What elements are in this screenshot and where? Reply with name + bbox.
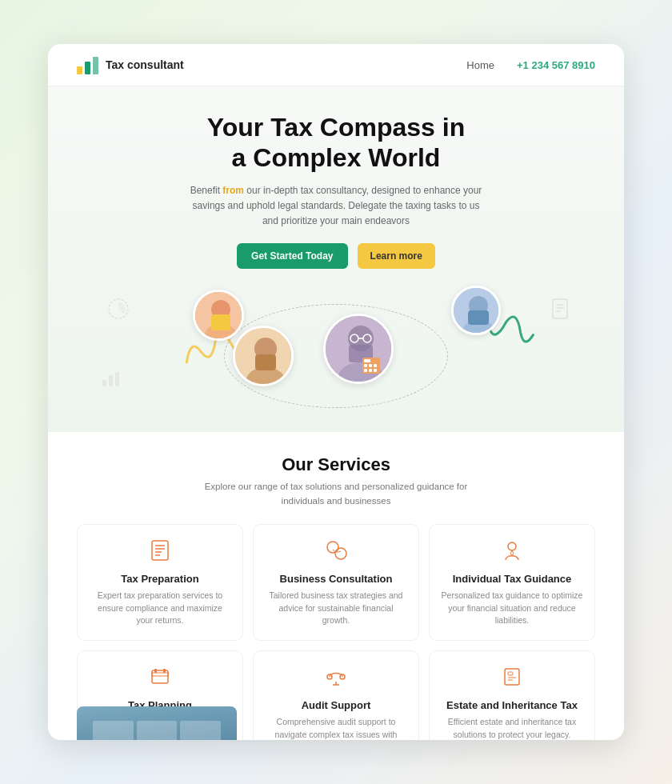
- hero-subtitle: Benefit from our in-depth tax consultanc…: [184, 183, 488, 230]
- svg-rect-38: [152, 541, 168, 560]
- service-card-estate-tax: Estate and Inheritance Tax Efficient est…: [429, 650, 595, 740]
- tax-planning-icon: [89, 666, 231, 693]
- svg-rect-47: [152, 673, 168, 676]
- avatar-1: [193, 290, 244, 341]
- get-started-button[interactable]: Get Started Today: [237, 243, 347, 269]
- service-desc-0: Expert tax preparation services to ensur…: [89, 590, 231, 627]
- service-card-individual-tax: Individual Tax Guidance Personalized tax…: [429, 524, 595, 641]
- svg-point-43: [327, 542, 338, 553]
- service-card-tax-preparation: Tax Preparation Expert tax preparation s…: [77, 524, 243, 641]
- service-name-0: Tax Preparation: [89, 573, 231, 585]
- logo: Tax consultant: [77, 55, 184, 74]
- svg-rect-27: [364, 359, 370, 362]
- navbar: Tax consultant Home +1 234 567 8910: [48, 44, 624, 86]
- svg-rect-2: [93, 57, 98, 74]
- svg-rect-33: [374, 369, 377, 372]
- service-name-5: Estate and Inheritance Tax: [441, 699, 583, 711]
- svg-rect-29: [369, 364, 372, 367]
- service-name-2: Individual Tax Guidance: [441, 573, 583, 585]
- svg-point-45: [508, 542, 516, 550]
- business-consultation-icon: [265, 539, 407, 566]
- svg-rect-55: [508, 672, 513, 675]
- services-subtitle: Explore our range of tax solutions and p…: [192, 480, 480, 508]
- services-section: Our Services Explore our range of tax so…: [48, 432, 624, 740]
- svg-rect-14: [211, 314, 230, 330]
- story-image-inner: [77, 706, 237, 740]
- hero-visuals: [77, 282, 595, 410]
- service-name-4: Audit Support: [265, 699, 407, 711]
- svg-rect-5: [109, 375, 113, 386]
- service-desc-4: Comprehensive audit support to navigate …: [265, 716, 407, 740]
- ghost-bar-icon: [101, 366, 123, 394]
- nav-right: Home +1 234 567 8910: [466, 59, 595, 71]
- svg-rect-54: [505, 669, 519, 685]
- svg-rect-28: [364, 364, 367, 367]
- service-desc-5: Efficient estate and inheritance tax sol…: [441, 716, 583, 740]
- svg-rect-46: [152, 670, 168, 683]
- nav-phone: +1 234 567 8910: [517, 59, 595, 71]
- nav-home-link[interactable]: Home: [466, 59, 494, 71]
- svg-rect-0: [77, 66, 82, 74]
- svg-rect-6: [115, 372, 119, 386]
- learn-more-button[interactable]: Learn more: [358, 243, 435, 269]
- svg-rect-18: [255, 354, 276, 370]
- service-card-audit-support: Audit Support Comprehensive audit suppor…: [253, 650, 419, 740]
- window-pane-3: [180, 721, 221, 740]
- services-title: Our Services: [77, 454, 595, 475]
- service-desc-1: Tailored business tax strategies and adv…: [265, 590, 407, 627]
- svg-rect-31: [364, 369, 367, 372]
- ghost-chart-icon: [107, 298, 130, 326]
- avatar-4: [451, 286, 501, 335]
- tax-preparation-icon: [89, 539, 231, 566]
- hero-title: Your Tax Compass in a Complex World: [77, 112, 595, 174]
- logo-text: Tax consultant: [106, 58, 184, 71]
- svg-point-44: [335, 548, 346, 559]
- service-desc-2: Personalized tax guidance to optimize yo…: [441, 590, 583, 627]
- window-pane-1: [93, 721, 134, 740]
- service-card-business-consultation: Business Consultation Tailored business …: [253, 524, 419, 641]
- svg-rect-37: [468, 310, 489, 325]
- audit-support-icon: [265, 666, 407, 693]
- hero-buttons: Get Started Today Learn more: [77, 243, 595, 269]
- avatar-2: [233, 326, 294, 386]
- logo-icon: [77, 55, 99, 74]
- avatar-3: [323, 314, 394, 384]
- service-name-1: Business Consultation: [265, 573, 407, 585]
- svg-rect-32: [369, 369, 372, 372]
- estate-tax-icon: [441, 666, 583, 693]
- svg-rect-48: [154, 669, 157, 673]
- hero-section: Your Tax Compass in a Complex World Bene…: [48, 86, 624, 432]
- window-pane-2: [137, 721, 178, 740]
- svg-rect-1: [85, 62, 90, 74]
- svg-rect-30: [374, 364, 377, 367]
- story-image: [77, 706, 237, 740]
- window-grid: [93, 721, 221, 740]
- svg-rect-7: [553, 299, 567, 318]
- svg-rect-49: [163, 669, 166, 673]
- individual-tax-icon: [441, 539, 583, 566]
- svg-rect-4: [102, 380, 106, 386]
- ghost-doc-icon: [549, 298, 571, 326]
